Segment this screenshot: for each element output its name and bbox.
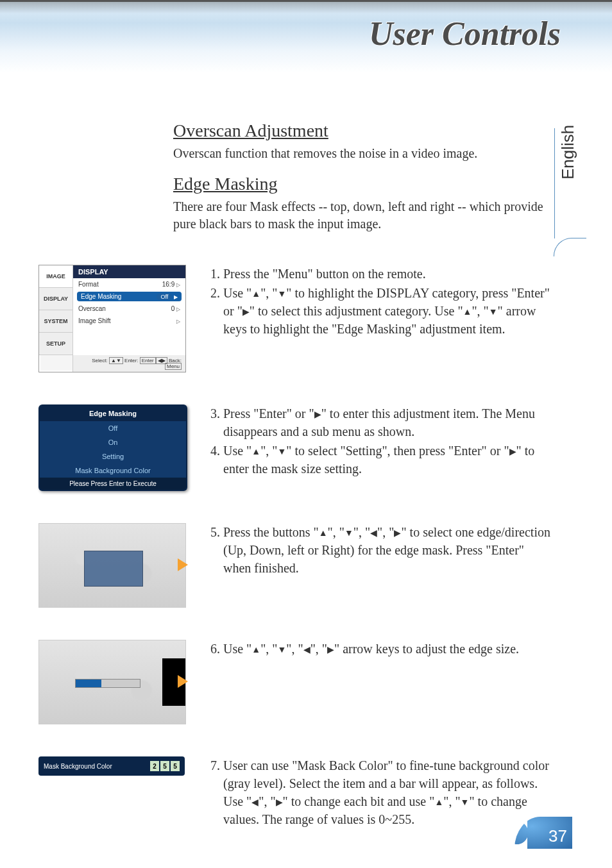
figure-shot-adjust-edge [38,640,192,724]
osd-row-overscan-value: 0 [171,305,175,312]
step-6: Use "▲", "▼", "◀", "▶" arrow keys to adj… [223,640,552,658]
up-arrow-icon: ▲ [251,646,260,655]
triangle-right-icon: ▶ [174,294,178,300]
page: User Controls English Overscan Adjustmen… [0,0,612,868]
up-arrow-icon: ▲ [463,308,472,317]
right-arrow-icon: ▶ [276,798,283,807]
left-arrow-icon: ◀ [303,646,310,655]
triangle-right-icon: ▷ [176,306,180,312]
page-number: 37 [548,826,567,846]
triangle-right-icon: ▷ [176,319,180,324]
down-arrow-icon: ▼ [489,308,498,317]
edgemask-heading: Edge Masking [173,174,552,194]
osd-row-overscan-label: Overscan [78,305,106,312]
down-arrow-icon: ▼ [277,290,286,299]
right-arrow-icon: ▶ [327,646,334,655]
arrow-right-icon [178,558,188,571]
osd-tab-image: IMAGE [39,265,72,288]
submenu-item-on: On [40,435,186,449]
right-arrow-icon: ▶ [242,308,250,317]
arrow-right-icon [178,675,188,688]
figure-submenu: Edge Masking Off On Setting Mask Backgro… [38,405,192,491]
edgemask-desc: There are four Mask effects -- top, down… [173,198,545,233]
up-arrow-icon: ▲ [251,447,260,456]
up-arrow-icon: ▲ [251,290,260,299]
step-3: Press "Enter" or "▶" to enter this adjus… [223,405,552,440]
osd-row-imageshift-label: Image Shift [78,317,111,324]
down-arrow-icon: ▼ [344,529,353,538]
header-banner: User Controls [0,0,612,72]
osd-tab-display: DISPLAY [39,288,72,310]
step-2: Use "▲", "▼" to highlight the DISPLAY ca… [223,284,552,338]
down-arrow-icon: ▼ [277,447,286,456]
maskbar-digit: 2 [150,761,159,771]
submenu-item-setting: Setting [40,449,186,463]
maskbar-digit: 5 [171,761,180,771]
figure-osd-display: IMAGE DISPLAY SYSTEM SETUP DISPLAY Forma… [38,265,192,372]
overscan-heading: Overscan Adjustment [173,121,552,141]
submenu-bottom: Please Press Enter to Execute [40,478,186,490]
left-arrow-icon: ◀ [370,529,377,538]
maskbar-label: Mask Background Color [44,763,112,770]
up-arrow-icon: ▲ [319,529,328,538]
osd-tab-system: SYSTEM [39,310,72,333]
osd-row-edgemask-value: Off [157,294,172,300]
language-label: English [558,125,578,179]
main-content: Overscan Adjustment Overscan function th… [38,109,552,830]
triangle-right-icon: ▷ [176,282,180,288]
osd-hint-bar: Select: ▲▼ Enter: Enter◀▶ Back: Menu [73,355,185,372]
osd-tab-setup: SETUP [39,333,72,355]
page-title: User Controls [369,15,561,53]
right-arrow-icon: ▶ [314,410,321,419]
step-1: Press the "Menu" button on the remote. [223,265,552,283]
submenu-item-maskbg: Mask Background Color [40,463,186,478]
figure-mask-color-bar: Mask Background Color 2 5 5 [38,756,192,776]
down-arrow-icon: ▼ [461,798,470,807]
submenu-title: Edge Masking [40,406,186,421]
osd-title: DISPLAY [73,265,185,278]
right-arrow-icon: ▶ [509,447,516,456]
figure-shot-select-edge [38,523,192,608]
step-4: Use "▲", "▼" to select "Setting", then p… [223,442,552,478]
down-arrow-icon: ▼ [277,646,286,655]
osd-row-edgemask-label: Edge Masking [81,293,121,300]
osd-row-format-label: Format [78,281,99,288]
left-arrow-icon: ◀ [251,798,259,807]
osd-row-format-value: 16:9 [162,281,174,288]
maskbar-digit: 5 [160,761,169,771]
submenu-item-off: Off [40,421,186,435]
right-arrow-icon: ▶ [394,529,401,538]
language-tab: English [554,128,586,256]
up-arrow-icon: ▲ [434,798,443,807]
page-number-badge: 37 [514,817,572,849]
step-5: Press the buttons "▲", "▼", "◀", "▶" to … [223,523,552,577]
overscan-desc: Overscan function that removes the noise… [173,145,545,162]
